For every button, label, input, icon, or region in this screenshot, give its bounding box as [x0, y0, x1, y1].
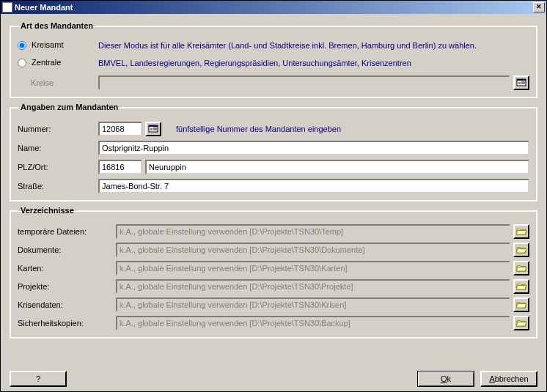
group-angaben: Angaben zum Mandanten Nummer: fünfstelli…: [10, 103, 537, 201]
radio-zentrale[interactable]: [18, 59, 26, 67]
radio-kreisamt[interactable]: [18, 41, 26, 50]
dir-label: Dokumente:: [18, 245, 113, 254]
dir-label: Krisendaten:: [18, 300, 113, 309]
svg-rect-2: [518, 82, 521, 84]
dir-row: Krisendaten:: [18, 297, 529, 312]
button-bar: ? Ok Abbrechen: [1, 369, 546, 391]
dir-browse-button[interactable]: [513, 297, 529, 312]
desc-kreisamt: Dieser Modus ist für alle Kreisämter (La…: [98, 40, 480, 51]
radio-zentrale-label: Zentrale: [32, 58, 61, 67]
group-verzeichnisse: Verzeichnisse temporäre Dateien:Dokument…: [10, 206, 537, 339]
legend-angaben: Angaben zum Mandanten: [18, 103, 121, 111]
dir-input: [116, 243, 510, 257]
input-nummer[interactable]: [98, 122, 142, 136]
cancel-button[interactable]: Abbrechen: [480, 371, 537, 387]
help-button[interactable]: ?: [10, 371, 67, 387]
label-nummer: Nummer:: [18, 125, 98, 133]
window-title: Neuer Mandant: [15, 3, 533, 12]
folder-open-icon: [516, 264, 526, 273]
dir-input: [116, 279, 510, 294]
dir-input: [116, 261, 510, 275]
titlebar: Neuer Mandant ✕: [1, 1, 546, 14]
folder-open-icon: [516, 245, 526, 255]
desc-zentrale: BMVEL, Landesregierungen, Regierungspräs…: [98, 58, 494, 68]
legend-art: Art des Mandanten: [18, 21, 96, 30]
dialog-window: Neuer Mandant ✕ Art des Mandanten Kreisa…: [0, 0, 547, 392]
label-kreise: Kreise: [18, 78, 98, 87]
group-art-des-mandanten: Art des Mandanten Kreisamt Dieser Modus …: [10, 21, 537, 98]
legend-verzeichnisse: Verzeichnisse: [18, 206, 77, 215]
card-icon: [516, 78, 526, 88]
dir-browse-button[interactable]: [513, 279, 529, 294]
label-name: Name:: [18, 144, 98, 152]
input-name[interactable]: [98, 141, 529, 155]
svg-rect-6: [149, 125, 158, 127]
dir-row: Dokumente:: [18, 243, 529, 257]
input-strasse[interactable]: [98, 179, 529, 193]
content-area: Art des Mandanten Kreisamt Dieser Modus …: [1, 14, 546, 369]
dir-row: Sicherheitskopien:: [18, 316, 529, 330]
app-icon: [2, 2, 12, 12]
close-button[interactable]: ✕: [533, 2, 545, 12]
dir-input: [116, 224, 510, 239]
dir-browse-button[interactable]: [513, 243, 529, 257]
dir-row: Karten:: [18, 261, 529, 275]
dir-label: Karten:: [18, 264, 113, 273]
card-icon: [148, 124, 158, 134]
dir-browse-button[interactable]: [513, 261, 529, 275]
label-strasse: Straße:: [18, 182, 98, 191]
folder-open-icon: [516, 282, 526, 292]
input-plz[interactable]: [98, 160, 142, 174]
dir-browse-button[interactable]: [513, 224, 529, 239]
radio-kreisamt-label: Kreisamt: [32, 40, 63, 49]
folder-open-icon: [516, 300, 526, 310]
ok-button[interactable]: Ok: [417, 371, 474, 387]
dir-label: Projekte:: [18, 282, 113, 291]
folder-open-icon: [516, 319, 526, 328]
dir-input: [116, 316, 510, 330]
label-plzort: PLZ/Ort:: [18, 163, 98, 171]
nummer-lookup-button[interactable]: [145, 122, 161, 136]
svg-rect-1: [517, 79, 526, 81]
dir-input: [116, 297, 510, 312]
hint-nummer: fünfstellige Nummer des Mandanten eingeb…: [176, 124, 341, 134]
dir-browse-button[interactable]: [513, 316, 529, 330]
svg-rect-7: [150, 128, 153, 130]
dir-label: temporäre Dateien:: [18, 227, 113, 236]
dir-row: temporäre Dateien:: [18, 224, 529, 239]
dir-label: Sicherheitskopien:: [18, 319, 113, 328]
folder-open-icon: [516, 227, 526, 237]
input-kreise: [98, 75, 510, 90]
input-ort[interactable]: [145, 160, 529, 174]
dir-row: Projekte:: [18, 279, 529, 294]
kreise-browse-button[interactable]: [513, 75, 529, 90]
